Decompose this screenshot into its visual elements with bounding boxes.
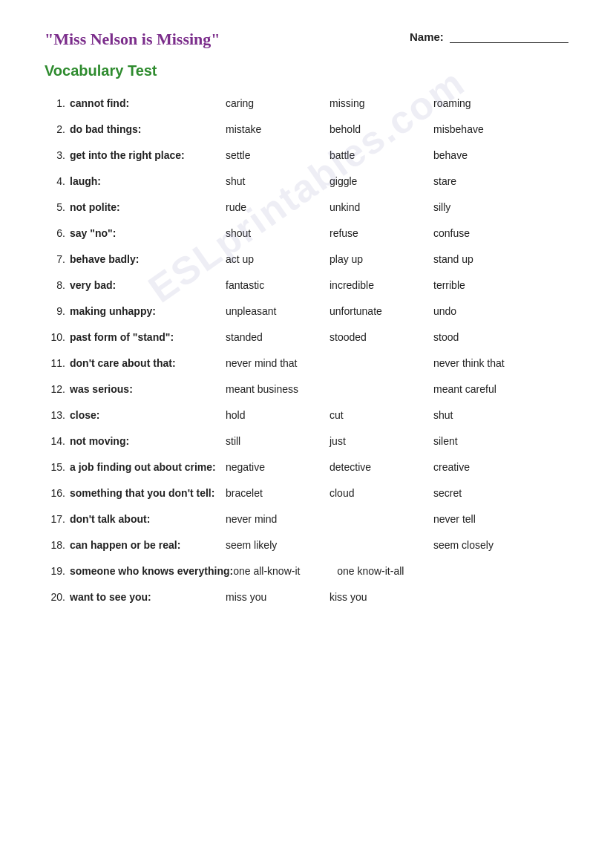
item-options: negativedetectivecreative <box>226 460 568 475</box>
item-number: 20. <box>45 590 65 605</box>
option-text: meant careful <box>433 382 537 397</box>
option-text: settle <box>226 148 330 163</box>
option-text: battle <box>330 148 433 163</box>
item-clue: laugh: <box>70 174 226 189</box>
vocab-list: 1.cannot find:caringmissingroaming2.do b… <box>45 96 568 605</box>
item-clue: past form of "stand": <box>70 330 226 345</box>
list-item: 20.want to see you:miss youkiss you <box>45 590 568 605</box>
option-text: standed <box>226 330 330 345</box>
page-title: "Miss Nelson is Missing" <box>45 30 220 49</box>
option-text: never mind <box>226 512 330 527</box>
option-text: shout <box>226 226 330 241</box>
option-text: seem closely <box>433 538 537 553</box>
item-options: act upplay upstand up <box>226 252 568 267</box>
list-item: 9.making unhappy:unpleasantunfortunateun… <box>45 304 568 319</box>
item-options: one all-know-itone know-it-all <box>233 564 568 579</box>
item-clue: want to see you: <box>70 590 226 605</box>
item-number: 3. <box>45 148 65 163</box>
option-text <box>330 512 433 527</box>
list-item: 19.someone who knows everything:one all-… <box>45 564 568 579</box>
list-item: 8.very bad:fantasticincredibleterrible <box>45 278 568 293</box>
option-text: seem likely <box>226 538 330 553</box>
item-options: holdcutshut <box>226 408 568 423</box>
item-options: shutgigglestare <box>226 174 568 189</box>
option-text: roaming <box>433 96 537 111</box>
item-number: 12. <box>45 382 65 397</box>
option-text: shut <box>433 408 537 423</box>
item-number: 14. <box>45 434 65 449</box>
option-text: stare <box>433 174 537 189</box>
option-text: behold <box>330 122 433 137</box>
option-text: one know-it-all <box>337 564 441 579</box>
option-text: negative <box>226 460 330 475</box>
list-item: 14.not moving:stilljustsilent <box>45 434 568 449</box>
item-number: 18. <box>45 538 65 553</box>
option-text: silly <box>433 200 537 215</box>
option-text: just <box>330 434 433 449</box>
item-clue: do bad things: <box>70 122 226 137</box>
header: "Miss Nelson is Missing" Name: <box>45 30 568 49</box>
item-clue: can happen or be real: <box>70 538 226 553</box>
item-options: fantasticincredibleterrible <box>226 278 568 293</box>
item-options: meant businessmeant careful <box>226 382 568 397</box>
option-text: kiss you <box>330 590 433 605</box>
option-text: terrible <box>433 278 537 293</box>
option-text: cloud <box>330 486 433 501</box>
name-field-label: Name: <box>410 30 568 43</box>
list-item: 12.was serious:meant businessmeant caref… <box>45 382 568 397</box>
item-options: settlebattlebehave <box>226 148 568 163</box>
option-text: stand up <box>433 252 537 267</box>
item-clue: a job finding out about crime: <box>70 460 226 475</box>
item-number: 19. <box>45 564 65 579</box>
item-number: 1. <box>45 96 65 111</box>
list-item: 10.past form of "stand":standedstoodedst… <box>45 330 568 345</box>
list-item: 13.close:holdcutshut <box>45 408 568 423</box>
option-text <box>330 538 433 553</box>
option-text: mistake <box>226 122 330 137</box>
list-item: 11.don't care about that:never mind that… <box>45 356 568 371</box>
option-text: play up <box>330 252 433 267</box>
option-text: missing <box>330 96 433 111</box>
option-text: shut <box>226 174 330 189</box>
item-clue: get into the right place: <box>70 148 226 163</box>
list-item: 3.get into the right place:settlebattleb… <box>45 148 568 163</box>
option-text: silent <box>433 434 537 449</box>
item-clue: was serious: <box>70 382 226 397</box>
option-text: unpleasant <box>226 304 330 319</box>
item-options: standedstoodedstood <box>226 330 568 345</box>
list-item: 2.do bad things:mistakebeholdmisbehave <box>45 122 568 137</box>
item-options: never mind thatnever think that <box>226 356 568 371</box>
option-text: rude <box>226 200 330 215</box>
item-number: 8. <box>45 278 65 293</box>
option-text: detective <box>330 460 433 475</box>
option-text: undo <box>433 304 537 319</box>
option-text: misbehave <box>433 122 537 137</box>
option-text: giggle <box>330 174 433 189</box>
option-text: bracelet <box>226 486 330 501</box>
item-clue: don't care about that: <box>70 356 226 371</box>
list-item: 4.laugh:shutgigglestare <box>45 174 568 189</box>
item-number: 17. <box>45 512 65 527</box>
item-options: shoutrefuseconfuse <box>226 226 568 241</box>
option-text: stooded <box>330 330 433 345</box>
item-number: 15. <box>45 460 65 475</box>
option-text <box>433 590 537 605</box>
item-number: 16. <box>45 486 65 501</box>
option-text: stood <box>433 330 537 345</box>
item-number: 4. <box>45 174 65 189</box>
list-item: 7.behave badly:act upplay upstand up <box>45 252 568 267</box>
item-options: mistakebeholdmisbehave <box>226 122 568 137</box>
option-text: miss you <box>226 590 330 605</box>
list-item: 15.a job finding out about crime:negativ… <box>45 460 568 475</box>
item-clue: someone who knows everything: <box>70 564 233 579</box>
item-clue: not moving: <box>70 434 226 449</box>
item-clue: something that you don't tell: <box>70 486 226 501</box>
item-clue: don't talk about: <box>70 512 226 527</box>
item-options: caringmissingroaming <box>226 96 568 111</box>
list-item: 17.don't talk about:never mindnever tell <box>45 512 568 527</box>
item-number: 13. <box>45 408 65 423</box>
item-clue: close: <box>70 408 226 423</box>
option-text: behave <box>433 148 537 163</box>
option-text: never tell <box>433 512 537 527</box>
option-text <box>330 356 433 371</box>
